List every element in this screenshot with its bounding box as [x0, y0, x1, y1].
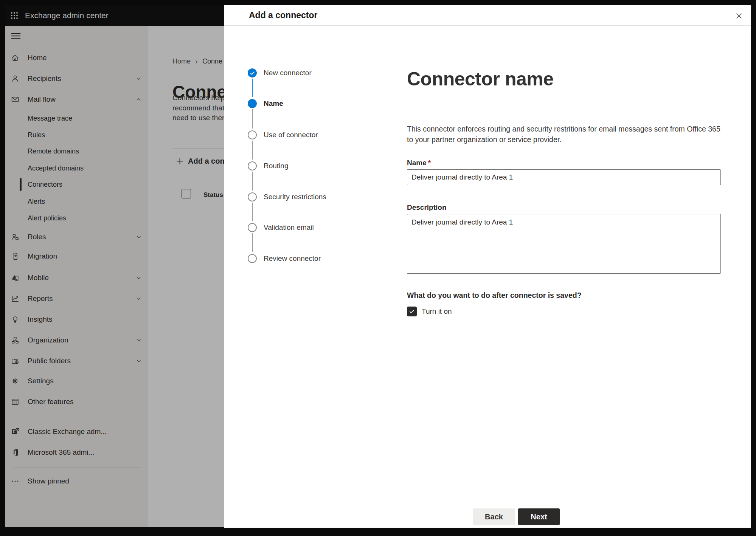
description-textarea[interactable]: Deliver journal directly to Area 1 — [407, 214, 721, 274]
step-pending-circle — [248, 192, 257, 201]
required-asterisk: * — [428, 159, 431, 167]
step-connector-line — [252, 109, 253, 129]
close-icon[interactable] — [733, 10, 745, 22]
step-connector-line — [252, 79, 253, 97]
step-label: Use of connector — [264, 131, 318, 139]
step-label: Security restrictions — [264, 193, 326, 201]
screen: Exchange admin center Home Recipients Ma… — [0, 0, 756, 536]
name-label-text: Name — [407, 159, 427, 167]
step-use-of-connector[interactable]: Use of connector — [224, 130, 380, 140]
step-completed-check-icon — [248, 68, 257, 77]
step-name[interactable]: Name — [224, 98, 380, 109]
step-label: Validation email — [264, 223, 314, 232]
step-label: Review connector — [264, 254, 321, 263]
step-routing[interactable]: Routing — [224, 161, 380, 171]
back-button[interactable]: Back — [473, 508, 515, 525]
step-label: New connector — [264, 69, 312, 77]
turn-it-on-checkbox-row[interactable]: Turn it on — [407, 306, 452, 317]
step-connector-line — [252, 203, 253, 221]
step-pending-circle — [248, 254, 257, 263]
checked-checkbox[interactable] — [407, 307, 417, 316]
turn-it-on-label: Turn it on — [422, 307, 452, 316]
add-connector-modal: Add a connector New connector Name Use o… — [224, 5, 751, 527]
wizard-steps: New connector Name Use of connector Rout… — [224, 25, 380, 501]
after-save-question: What do you want to do after connector i… — [407, 291, 582, 300]
step-label: Name — [264, 99, 283, 108]
description-field-label: Description — [407, 203, 447, 212]
step-new-connector[interactable]: New connector — [224, 68, 380, 78]
step-connector-line — [252, 141, 253, 160]
step-label: Routing — [264, 162, 289, 170]
name-field-label: Name* — [407, 159, 431, 167]
name-input[interactable] — [407, 169, 721, 185]
step-connector-line — [252, 233, 253, 252]
pane-heading: Connector name — [407, 68, 554, 90]
modal-header: Add a connector — [224, 5, 751, 26]
next-button[interactable]: Next — [518, 508, 560, 525]
step-pending-circle — [248, 161, 257, 170]
step-pending-circle — [248, 223, 257, 232]
step-security-restrictions[interactable]: Security restrictions — [224, 192, 380, 202]
modal-footer: Back Next — [224, 501, 751, 528]
step-connector-line — [252, 172, 253, 191]
step-review-connector[interactable]: Review connector — [224, 253, 380, 264]
step-validation-email[interactable]: Validation email — [224, 222, 380, 233]
pane-description: This connector enforces routing and secu… — [407, 124, 728, 145]
modal-title: Add a connector — [249, 5, 317, 25]
step-current-dot — [248, 99, 257, 108]
step-pending-circle — [248, 130, 257, 139]
